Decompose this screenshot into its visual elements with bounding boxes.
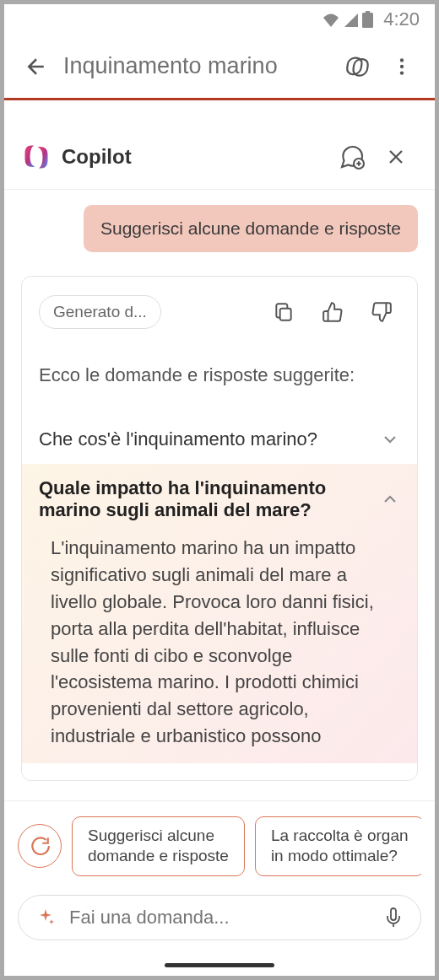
chat-plus-icon: [339, 143, 366, 170]
copilot-title: Copilot: [62, 145, 330, 169]
mic-icon: [383, 907, 404, 928]
response-header: Generato d...: [39, 293, 400, 331]
status-icons: [322, 11, 373, 28]
qa-question: Quale impatto ha l'inquinamento marino s…: [39, 477, 380, 521]
copilot-header-button[interactable]: [339, 46, 381, 88]
response-intro: Ecco le domande e risposte suggerite:: [39, 364, 400, 386]
copy-button[interactable]: [265, 293, 302, 331]
close-button[interactable]: [374, 135, 418, 179]
thumbs-down-icon: [371, 301, 393, 323]
qa-item-expanded: Quale impatto ha l'inquinamento marino s…: [22, 464, 417, 763]
device-frame: 4:20 Inquinamento marino: [4, 4, 435, 976]
thumbs-up-icon: [322, 301, 344, 323]
status-time: 4:20: [383, 8, 420, 30]
svg-rect-0: [362, 13, 373, 28]
signal-icon: [343, 12, 360, 27]
sparkle-icon: [35, 907, 56, 928]
arrow-left-icon: [24, 54, 49, 79]
page-title: Inquinamento marino: [63, 53, 339, 79]
back-button[interactable]: [16, 46, 57, 87]
svg-point-6: [400, 71, 404, 74]
more-vert-icon: [391, 56, 413, 78]
suggestions-scroll[interactable]: Suggerisci alcunedomande e risposte La r…: [72, 816, 421, 876]
suggestion-chip-2[interactable]: La raccolta è organin modo ottimale?: [255, 816, 421, 876]
generated-badge[interactable]: Generato d...: [39, 295, 161, 329]
input-bar: [18, 895, 421, 940]
prompt-input[interactable]: [69, 907, 370, 929]
content-area: Suggerisci alcune domande e risposte Gen…: [4, 190, 435, 800]
wifi-icon: [322, 12, 340, 27]
more-button[interactable]: [381, 46, 423, 88]
bottom-section: Suggerisci alcunedomande e risposte La r…: [4, 800, 435, 976]
nav-handle[interactable]: [165, 963, 274, 967]
thumbs-up-button[interactable]: [314, 293, 351, 331]
chevron-down-icon: [380, 429, 400, 450]
user-message: Suggerisci alcune domande e risposte: [84, 205, 418, 252]
suggestions-row: Suggerisci alcunedomande e risposte La r…: [18, 816, 421, 876]
chevron-up-icon: [380, 489, 400, 509]
svg-rect-1: [366, 11, 370, 13]
svg-point-5: [400, 64, 404, 67]
status-bar: 4:20: [4, 4, 435, 35]
refresh-suggestions-button[interactable]: [18, 824, 62, 868]
qa-question: Che cos'è l'inquinamento marino?: [39, 428, 380, 450]
qa-item-collapsed[interactable]: Che cos'è l'inquinamento marino?: [22, 415, 417, 464]
sparkle-button[interactable]: [34, 906, 57, 929]
qa-header-expanded[interactable]: Quale impatto ha l'inquinamento marino s…: [22, 464, 417, 535]
app-header: Inquinamento marino: [4, 35, 435, 100]
copilot-logo-icon: [21, 142, 51, 172]
qa-answer: L'inquinamento marino ha un impatto sign…: [22, 535, 417, 763]
thumbs-down-button[interactable]: [363, 293, 400, 331]
refresh-icon: [29, 835, 51, 857]
suggestion-chip-1[interactable]: Suggerisci alcunedomande e risposte: [72, 816, 245, 876]
copilot-panel-header: Copilot: [4, 124, 435, 190]
new-chat-button[interactable]: [330, 135, 374, 179]
svg-point-4: [400, 58, 404, 62]
svg-rect-8: [280, 309, 291, 320]
response-card: Generato d...: [21, 276, 418, 781]
close-icon: [384, 145, 408, 169]
mic-button[interactable]: [382, 906, 405, 929]
battery-icon: [362, 11, 373, 28]
copilot-icon: [344, 51, 375, 82]
copy-icon: [273, 301, 295, 323]
